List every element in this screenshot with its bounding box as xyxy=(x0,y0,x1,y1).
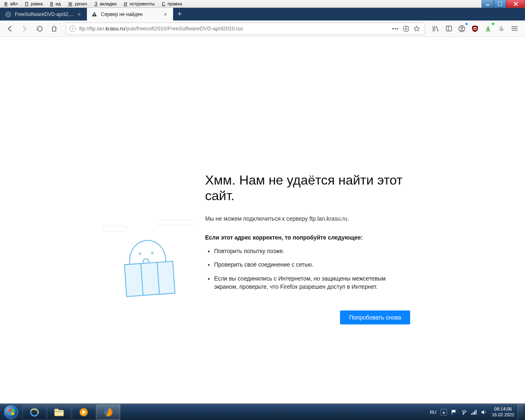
svg-point-6 xyxy=(405,28,407,30)
list-item: Проверить своё соединение с сетью. xyxy=(214,261,410,269)
tray-clock[interactable]: 08:14:06 16.02.2022 xyxy=(488,406,518,418)
menu-tools[interactable]: Инструменты xyxy=(121,1,160,6)
tab-0[interactable]: FreeSoftwareDVD-april2010.iso × xyxy=(1,8,87,21)
system-tray: RU ▲ 08:14:06 16.02.2022 xyxy=(428,404,525,420)
svg-rect-24 xyxy=(474,411,475,415)
svg-rect-25 xyxy=(475,410,476,415)
reload-button[interactable] xyxy=(33,22,46,35)
account-icon[interactable] xyxy=(456,23,468,34)
tab-title: Сервер не найден xyxy=(101,11,160,17)
error-container: ×× Хмм. Нам не удаётся найти этот сайт. … xyxy=(90,172,410,324)
taskbar-firefox[interactable] xyxy=(96,404,120,420)
svg-rect-4 xyxy=(94,16,95,16)
page-actions-icon[interactable]: ••• xyxy=(391,24,400,33)
error-title: Хмм. Нам не удаётся найти этот сайт. xyxy=(205,172,410,204)
warning-icon xyxy=(91,11,98,18)
taskbar-explorer[interactable] xyxy=(47,404,71,420)
list-item: Повторить попытку позже. xyxy=(214,247,410,256)
error-subtitle: Мы не можем подключиться к серверу ftp.l… xyxy=(205,215,410,222)
show-desktop-button[interactable] xyxy=(518,404,523,420)
menu-bookmarks[interactable]: Закладки xyxy=(92,1,121,6)
svg-rect-23 xyxy=(472,412,473,415)
tray-lang[interactable]: RU xyxy=(428,404,438,420)
svg-rect-20 xyxy=(463,411,466,412)
tray-flag-icon[interactable] xyxy=(449,404,459,420)
svg-rect-22 xyxy=(471,413,472,415)
tab-1[interactable]: Сервер не найден × xyxy=(87,8,173,21)
tab-title: FreeSoftwareDVD-april2010.iso xyxy=(15,11,73,17)
page-content: ×× Хмм. Нам не удаётся найти этот сайт. … xyxy=(0,37,525,404)
window-buttons xyxy=(482,0,525,8)
reader-icon[interactable] xyxy=(402,24,411,33)
taskbar-wmp[interactable] xyxy=(72,404,96,420)
retry-button[interactable]: Попробовать снова xyxy=(340,310,410,324)
tray-power-icon[interactable] xyxy=(459,404,469,420)
svg-rect-16 xyxy=(55,409,59,411)
svg-rect-1 xyxy=(498,2,502,6)
svg-point-13 xyxy=(500,26,502,29)
list-item: Если вы соединились с Интернетом, но защ… xyxy=(214,275,410,291)
error-text: Хмм. Нам не удаётся найти этот сайт. Мы … xyxy=(197,172,410,324)
tray-date: 16.02.2022 xyxy=(492,412,514,418)
sidebar-icon[interactable] xyxy=(443,23,454,34)
toolbar-right xyxy=(430,23,522,34)
tray-volume-icon[interactable] xyxy=(479,404,488,420)
taskbar-ie[interactable] xyxy=(23,404,46,420)
ublock-icon[interactable] xyxy=(469,23,481,34)
taskbar: RU ▲ 08:14:06 16.02.2022 xyxy=(0,404,525,420)
svg-rect-7 xyxy=(446,26,452,31)
tab-close-icon[interactable]: × xyxy=(162,11,169,18)
download-icon[interactable] xyxy=(482,23,494,34)
menu-icon[interactable] xyxy=(509,23,520,34)
globe-icon xyxy=(5,11,11,18)
url-text: ftp://ftp.lan.krasu.ru/pub/freesoft2010/… xyxy=(79,25,389,32)
tray-time: 08:14:06 xyxy=(494,406,512,412)
error-illustration: ×× xyxy=(90,217,197,312)
close-button[interactable] xyxy=(506,0,525,8)
new-tab-button[interactable]: + xyxy=(173,8,186,21)
error-bold: Если этот адрес корректен, то попробуйте… xyxy=(205,234,410,241)
tab-close-icon[interactable]: × xyxy=(76,11,82,18)
tray-network-icon[interactable] xyxy=(469,404,479,420)
start-button[interactable] xyxy=(0,404,22,420)
library-icon[interactable] xyxy=(430,23,441,34)
svg-rect-5 xyxy=(404,26,409,31)
star-icon[interactable] xyxy=(412,24,421,33)
url-bar[interactable]: i ftp://ftp.lan.krasu.ru/pub/freesoft201… xyxy=(66,23,425,35)
menu-edit[interactable]: Правка xyxy=(23,1,48,6)
puzzle-icon[interactable] xyxy=(495,23,507,34)
maximize-button[interactable] xyxy=(494,0,506,8)
svg-rect-21 xyxy=(466,411,466,412)
svg-rect-17 xyxy=(55,411,63,412)
error-list: Повторить попытку позже. Проверить своё … xyxy=(205,247,410,291)
menu-bar: Файл Правка Вид Журнал Закладки Инструме… xyxy=(0,0,525,8)
menu-history[interactable]: Журнал xyxy=(66,1,92,6)
info-icon[interactable]: i xyxy=(69,25,76,32)
forward-button[interactable] xyxy=(18,22,31,35)
menu-view[interactable]: Вид xyxy=(48,1,66,6)
menu-help[interactable]: Справка xyxy=(160,1,187,6)
tray-chevron-icon[interactable]: ▲ xyxy=(438,404,449,420)
back-button[interactable] xyxy=(3,22,16,35)
nav-bar: i ftp://ftp.lan.krasu.ru/pub/freesoft201… xyxy=(0,21,525,37)
svg-rect-0 xyxy=(486,5,489,5)
home-button[interactable] xyxy=(48,22,61,35)
svg-rect-3 xyxy=(94,14,95,15)
menu-file[interactable]: Файл xyxy=(2,1,23,6)
minimize-button[interactable] xyxy=(482,0,494,8)
svg-point-10 xyxy=(461,27,463,29)
tab-strip: FreeSoftwareDVD-april2010.iso × Сервер н… xyxy=(0,8,525,21)
